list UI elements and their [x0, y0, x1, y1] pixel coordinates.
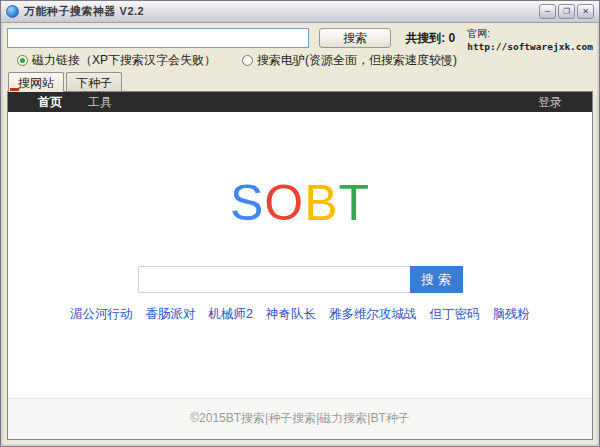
search-button[interactable]: 搜索 [319, 28, 391, 48]
nav-tools[interactable]: 工具 [88, 94, 112, 111]
minimize-button[interactable]: ─ [539, 4, 556, 19]
radio-edonkey-label: 搜索电驴(资源全面，但搜索速度较慢) [257, 52, 457, 69]
page-search-input[interactable] [138, 266, 410, 293]
nav-login[interactable]: 登录 [538, 94, 562, 111]
embedded-browser: 首页 工具 登录 SOBT 搜 索 湄公河行动香肠派对机械师2神奇队长雅多维尔攻… [7, 91, 593, 440]
logo-letter: T [339, 175, 371, 231]
radio-edonkey[interactable]: 搜索电驴(资源全面，但搜索速度较慢) [242, 52, 457, 69]
page-search-button[interactable]: 搜 索 [410, 266, 463, 293]
website-url: http://softwarejxk.com [467, 41, 593, 53]
client-area: 搜索 共搜到: 0 官网: http://softwarejxk.com 磁力链… [1, 23, 599, 446]
maximize-icon: ❐ [563, 7, 570, 16]
logo-letter: O [264, 175, 304, 231]
hot-link[interactable]: 雅多维尔攻城战 [329, 306, 417, 323]
radio-magnet-label: 磁力链接（XP下搜索汉字会失败） [32, 52, 216, 69]
tab-search-site[interactable]: 搜网站 [8, 72, 64, 92]
maximize-button[interactable]: ❐ [558, 4, 575, 19]
hot-link[interactable]: 机械师2 [209, 306, 253, 323]
close-icon: ✕ [582, 7, 589, 16]
page-footer: ©2015BT搜索|种子搜索|磁力搜索|BT种子 [8, 398, 592, 439]
sobt-logo: SOBT [230, 178, 370, 228]
nav-home[interactable]: 首页 [38, 94, 62, 111]
radio-magnet-link[interactable]: 磁力链接（XP下搜索汉字会失败） [17, 52, 216, 69]
result-count: 共搜到: 0 [405, 28, 455, 48]
search-input[interactable] [7, 28, 309, 48]
hot-link[interactable]: 香肠派对 [146, 306, 196, 323]
hot-link[interactable]: 但丁密码 [429, 306, 479, 323]
search-mode-options: 磁力链接（XP下搜索汉字会失败） 搜索电驴(资源全面，但搜索速度较慢) [17, 53, 593, 68]
toolbar: 搜索 共搜到: 0 官网: http://softwarejxk.com [7, 28, 593, 50]
official-site: 官网: http://softwarejxk.com [467, 28, 593, 52]
close-button[interactable]: ✕ [577, 4, 594, 19]
tab-bar: 搜网站 下种子 [7, 72, 593, 91]
page-search-bar: 搜 索 [138, 266, 463, 293]
tab-download-torrent[interactable]: 下种子 [66, 72, 122, 91]
window-controls: ─ ❐ ✕ [539, 4, 594, 19]
window-title: 万能种子搜索神器 V2.2 [24, 4, 534, 19]
logo-letter: S [230, 175, 264, 231]
minimize-icon: ─ [545, 7, 550, 16]
hot-link[interactable]: 脑残粉 [492, 306, 530, 323]
radio-unselected-icon [242, 55, 253, 66]
hot-link[interactable]: 湄公河行动 [70, 306, 133, 323]
title-bar: 万能种子搜索神器 V2.2 ─ ❐ ✕ [1, 1, 599, 23]
logo-letter: B [304, 175, 338, 231]
hot-links-row: 湄公河行动香肠派对机械师2神奇队长雅多维尔攻城战但丁密码脑残粉 [70, 306, 530, 323]
website-label: 官网: [467, 28, 593, 41]
site-navbar: 首页 工具 登录 [8, 92, 592, 112]
radio-selected-icon [17, 55, 28, 66]
app-icon [6, 5, 19, 18]
page-content: SOBT 搜 索 湄公河行动香肠派对机械师2神奇队长雅多维尔攻城战但丁密码脑残粉… [8, 112, 592, 439]
hot-link[interactable]: 神奇队长 [266, 306, 316, 323]
app-window: 万能种子搜索神器 V2.2 ─ ❐ ✕ 搜索 共搜到: 0 官网: http:/… [0, 0, 600, 447]
